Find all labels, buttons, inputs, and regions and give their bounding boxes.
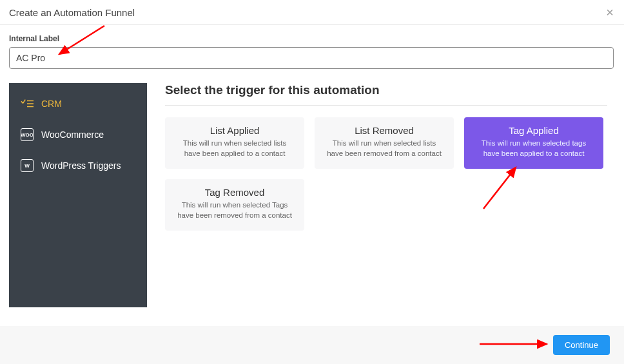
trigger-card-tag-applied[interactable]: Tag Applied This will run when selected … [464, 117, 603, 169]
card-desc: This will run when selected lists have b… [324, 139, 445, 158]
trigger-card-tag-removed[interactable]: Tag Removed This will run when selected … [165, 179, 304, 231]
card-desc: This will run when selected lists have b… [174, 139, 295, 158]
sidebar-item-label: WordPress Triggers [41, 160, 121, 171]
internal-label-input[interactable] [9, 47, 614, 69]
trigger-category-sidebar: CRM WOO WooCommerce W WordPress Triggers [9, 83, 147, 307]
close-icon[interactable]: × [606, 6, 614, 19]
card-title: Tag Applied [473, 125, 594, 136]
card-title: Tag Removed [174, 187, 295, 198]
content-heading: Select the trigger for this automation [165, 83, 607, 106]
modal-footer: Continue [0, 326, 624, 364]
card-desc: This will run when selected Tags have be… [174, 200, 295, 220]
continue-button[interactable]: Continue [553, 335, 610, 355]
content-area: Select the trigger for this automation L… [147, 83, 614, 307]
main-row: CRM WOO WooCommerce W WordPress Triggers… [9, 83, 614, 307]
trigger-card-list-applied[interactable]: List Applied This will run when selected… [165, 117, 304, 169]
card-title: List Removed [324, 125, 445, 136]
wordpress-icon: W [21, 159, 34, 172]
sidebar-item-wordpress[interactable]: W WordPress Triggers [9, 150, 147, 181]
sidebar-item-label: WooCommerce [41, 129, 104, 140]
sidebar-item-woocommerce[interactable]: WOO WooCommerce [9, 119, 147, 150]
woo-icon: WOO [21, 128, 34, 141]
trigger-card-list-removed[interactable]: List Removed This will run when selected… [315, 117, 454, 169]
internal-label-caption: Internal Label [9, 34, 614, 43]
sidebar-item-crm[interactable]: CRM [9, 88, 147, 119]
trigger-cards: List Applied This will run when selected… [165, 117, 607, 231]
modal-header: Create an Automation Funnel × [0, 0, 624, 25]
body-section: Internal Label CRM WOO WooCommerce [0, 25, 624, 307]
modal-title: Create an Automation Funnel [9, 7, 135, 18]
card-desc: This will run when selected tags have be… [473, 139, 594, 158]
check-list-icon [21, 97, 34, 110]
sidebar-item-label: CRM [41, 99, 62, 109]
card-title: List Applied [174, 125, 295, 136]
